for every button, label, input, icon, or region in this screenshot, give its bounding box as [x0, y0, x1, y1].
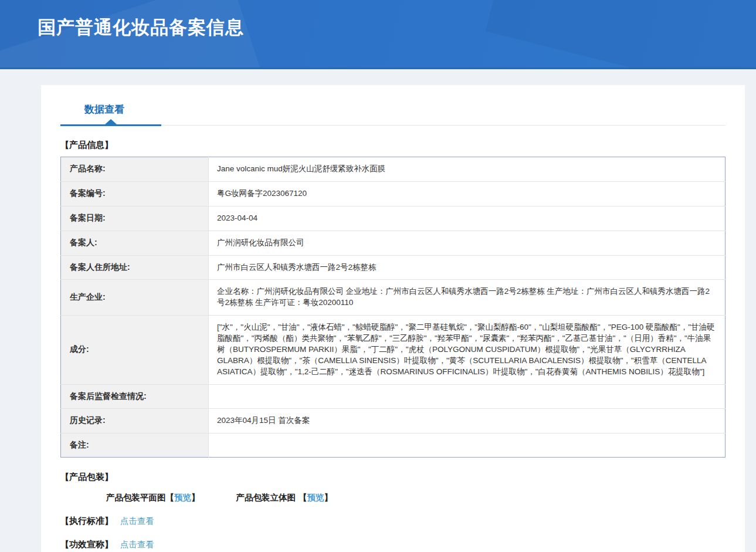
packaging-stereo-preview-link[interactable]: 预览 [307, 493, 324, 502]
table-row: 备案编号: 粤G妆网备字2023067120 [61, 181, 726, 206]
packaging-stereo-label: 产品包装立体图 [236, 493, 296, 502]
packaging-row: 产品包装平面图【预览】 产品包装立体图【预览】 [106, 492, 726, 503]
row-value-supervision-check [209, 384, 726, 408]
table-row: 生产企业: 企业名称：广州润研化妆品有限公司 企业地址：广州市白云区人和镇秀水塘… [61, 280, 726, 316]
bracket-close: 】 [191, 493, 200, 502]
row-value-ingredients: ["水"，"火山泥"，"甘油"，"液体石蜡"，"鲸蜡硬脂醇"，"聚二甲基硅氧烷"… [209, 316, 726, 384]
page-title: 国产普通化妆品备案信息 [0, 0, 756, 40]
table-row: 备案后监督检查情况: [61, 384, 726, 408]
row-value-registration-number: 粤G妆网备字2023067120 [209, 181, 726, 206]
active-tab-indicator [60, 124, 161, 126]
row-value-manufacturer: 企业名称：广州润研化妆品有限公司 企业地址：广州市白云区人和镇秀水塘西一路2号2… [209, 280, 726, 316]
row-value-registration-date: 2023-04-04 [209, 206, 726, 231]
row-label-product-name: 产品名称: [61, 157, 209, 182]
bracket-open: 【 [166, 493, 175, 502]
row-label-registrant-address: 备案人住所地址: [61, 255, 209, 280]
row-label-supervision-check: 备案后监督检查情况: [61, 384, 209, 408]
product-info-table: 产品名称: Jane volcanic mud妍泥火山泥舒缓紧致补水面膜 备案编… [60, 157, 726, 458]
row-label-history: 历史记录: [61, 408, 209, 433]
page-header: 国产普通化妆品备案信息 [0, 0, 756, 69]
row-label-registration-number: 备案编号: [61, 181, 209, 206]
section-title-efficacy: 【功效宣称】 [60, 539, 113, 549]
tab-bar: 数据查看 [60, 103, 726, 126]
section-title-standard: 【执行标准】 [60, 516, 113, 526]
section-title-product-info: 【产品信息】 [60, 140, 726, 151]
content-card: 数据查看 【产品信息】 产品名称: Jane volcanic mud妍泥火山泥… [41, 85, 745, 552]
section-title-packaging: 【产品包装】 [60, 472, 726, 483]
packaging-flat-item: 产品包装平面图【预览】 [106, 492, 200, 503]
row-value-remarks [209, 433, 726, 457]
standard-section: 【执行标准】点击查看 [60, 516, 726, 527]
packaging-flat-label: 产品包装平面图 [106, 493, 166, 502]
row-label-registrant: 备案人: [61, 231, 209, 255]
row-label-remarks: 备注: [61, 433, 209, 457]
table-row: 备案人住所地址: 广州市白云区人和镇秀水塘西一路2号2栋整栋 [61, 255, 726, 280]
row-value-product-name: Jane volcanic mud妍泥火山泥舒缓紧致补水面膜 [209, 157, 726, 182]
efficacy-section: 【功效宣称】点击查看 [60, 539, 726, 550]
efficacy-view-link[interactable]: 点击查看 [120, 540, 154, 549]
row-label-manufacturer: 生产企业: [61, 280, 209, 316]
row-value-registrant-address: 广州市白云区人和镇秀水塘西一路2号2栋整栋 [209, 255, 726, 280]
tab-data-view[interactable]: 数据查看 [84, 103, 124, 116]
row-label-registration-date: 备案日期: [61, 206, 209, 231]
bracket-close: 】 [324, 493, 333, 502]
table-row: 历史记录: 2023年04月15日 首次备案 [61, 408, 726, 433]
row-value-registrant: 广州润研化妆品有限公司 [209, 231, 726, 255]
table-row: 备案人: 广州润研化妆品有限公司 [61, 231, 726, 255]
row-value-history: 2023年04月15日 首次备案 [209, 408, 726, 433]
table-row: 产品名称: Jane volcanic mud妍泥火山泥舒缓紧致补水面膜 [61, 157, 726, 182]
bracket-open: 【 [299, 493, 307, 502]
table-row: 备案日期: 2023-04-04 [61, 206, 726, 231]
row-label-ingredients: 成分: [61, 316, 209, 384]
standard-view-link[interactable]: 点击查看 [120, 516, 154, 526]
table-row: 备注: [61, 433, 726, 457]
table-row: 成分: ["水"，"火山泥"，"甘油"，"液体石蜡"，"鲸蜡硬脂醇"，"聚二甲基… [61, 316, 726, 384]
packaging-flat-preview-link[interactable]: 预览 [174, 493, 191, 502]
packaging-stereo-item: 产品包装立体图【预览】 [236, 492, 333, 503]
